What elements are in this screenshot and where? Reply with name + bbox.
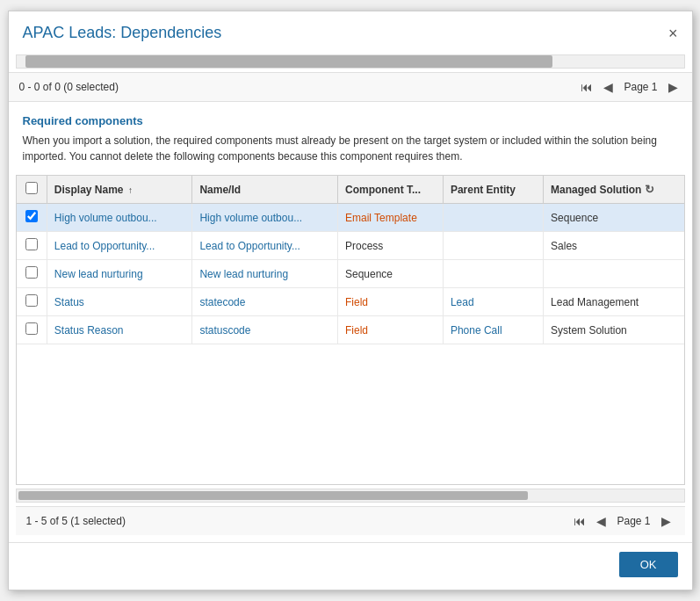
table-wrapper: Display Name ↑ Name/Id Component T... Pa… xyxy=(16,175,685,485)
row-checkbox-cell xyxy=(17,204,47,232)
cell-component-type-2: Process xyxy=(337,232,443,260)
refresh-icon[interactable]: ↻ xyxy=(645,183,654,196)
top-scrollbar-thumb xyxy=(25,55,552,68)
bottom-next-page-button[interactable]: ▶ xyxy=(658,512,675,530)
cell-managed-solution-3 xyxy=(544,260,684,288)
cell-name-id-5: statuscode xyxy=(192,316,338,344)
cell-parent-entity-1 xyxy=(443,204,543,232)
dependencies-table: Display Name ↑ Name/Id Component T... Pa… xyxy=(17,176,684,344)
bottom-first-page-button[interactable]: ⏮ xyxy=(570,512,589,530)
name-id-link-2[interactable]: Lead to Opportunity... xyxy=(199,240,300,252)
cell-managed-solution-2: Sales xyxy=(544,232,684,260)
bottom-page-label: Page 1 xyxy=(617,515,650,527)
component-type-link-5[interactable]: Field xyxy=(345,324,368,337)
display-name-link-2[interactable]: Lead to Opportunity... xyxy=(54,240,155,252)
cell-managed-solution-5: System Solution xyxy=(544,316,684,344)
parent-entity-link-4[interactable]: Lead xyxy=(451,296,474,308)
cell-component-type-5: Field xyxy=(337,316,443,344)
table-row: Status statecode Field Lead Lead Managem… xyxy=(17,288,684,316)
component-type-text-2: Process xyxy=(345,240,383,252)
cell-managed-solution-4: Lead Management xyxy=(544,288,684,316)
bottom-prev-page-button[interactable]: ◀ xyxy=(593,512,610,530)
top-next-page-button[interactable]: ▶ xyxy=(665,78,682,96)
dialog: APAC Leads: Dependencies × 0 - 0 of 0 (0… xyxy=(8,11,693,590)
row-checkbox-4[interactable] xyxy=(25,294,38,307)
managed-solution-text-5: System Solution xyxy=(551,324,627,337)
table-body: High volume outbou... High volume outbou… xyxy=(17,204,684,344)
header-checkbox-cell xyxy=(17,176,47,204)
cell-name-id-3: New lead nurturing xyxy=(192,260,338,288)
row-checkbox-cell xyxy=(17,288,47,316)
row-checkbox-2[interactable] xyxy=(25,238,38,250)
cell-name-id-4: statecode xyxy=(192,288,338,316)
cell-name-id-2: Lead to Opportunity... xyxy=(192,232,338,260)
dialog-footer: OK xyxy=(9,542,692,590)
table-row: High volume outbou... High volume outbou… xyxy=(17,204,684,232)
component-type-link-1[interactable]: Email Template xyxy=(345,212,417,224)
row-checkbox-3[interactable] xyxy=(25,266,38,279)
close-button[interactable]: × xyxy=(668,25,678,41)
top-prev-page-button[interactable]: ◀ xyxy=(600,78,617,96)
name-id-link-5[interactable]: statuscode xyxy=(199,324,250,337)
dialog-title: APAC Leads: Dependencies xyxy=(23,24,222,42)
row-checkbox-cell xyxy=(17,260,47,288)
bottom-pagination-info: 1 - 5 of 5 (1 selected) xyxy=(26,515,126,527)
cell-display-name-1: High volume outbou... xyxy=(47,204,192,232)
cell-display-name-4: Status xyxy=(47,288,192,316)
cell-display-name-5: Status Reason xyxy=(47,316,192,344)
bottom-pagination-controls: ⏮ ◀ Page 1 ▶ xyxy=(570,512,674,530)
managed-solution-text-2: Sales xyxy=(551,240,577,252)
cell-display-name-3: New lead nurturing xyxy=(47,260,192,288)
section-title: Required components xyxy=(9,102,692,133)
cell-parent-entity-3 xyxy=(443,260,543,288)
col-header-parent-entity[interactable]: Parent Entity xyxy=(443,176,543,204)
table-header-row: Display Name ↑ Name/Id Component T... Pa… xyxy=(17,176,684,204)
row-checkbox-cell xyxy=(17,316,47,344)
component-type-link-4[interactable]: Field xyxy=(345,296,368,308)
cell-component-type-1: Email Template xyxy=(337,204,443,232)
cell-name-id-1: High volume outbou... xyxy=(192,204,338,232)
table-row: Lead to Opportunity... Lead to Opportuni… xyxy=(17,232,684,260)
top-first-page-button[interactable]: ⏮ xyxy=(577,78,596,96)
top-page-label: Page 1 xyxy=(624,81,657,93)
sort-icon-display-name: ↑ xyxy=(128,185,133,195)
cell-parent-entity-5: Phone Call xyxy=(443,316,543,344)
row-checkbox-cell xyxy=(17,232,47,260)
top-scrollbar[interactable] xyxy=(16,54,685,69)
bottom-scrollbar[interactable] xyxy=(16,489,685,503)
row-checkbox-1[interactable] xyxy=(25,210,38,222)
col-header-display-name[interactable]: Display Name ↑ xyxy=(47,176,192,204)
cell-parent-entity-2 xyxy=(443,232,543,260)
display-name-link-4[interactable]: Status xyxy=(54,296,84,308)
component-type-text-3: Sequence xyxy=(345,268,393,280)
row-checkbox-5[interactable] xyxy=(25,322,38,335)
top-pagination-info: 0 - 0 of 0 (0 selected) xyxy=(19,81,119,93)
managed-solution-text-4: Lead Management xyxy=(551,296,639,308)
col-header-component-type[interactable]: Component T... xyxy=(337,176,443,204)
top-pagination-bar: 0 - 0 of 0 (0 selected) ⏮ ◀ Page 1 ▶ xyxy=(9,72,692,102)
section-description: When you import a solution, the required… xyxy=(9,133,692,175)
dialog-header: APAC Leads: Dependencies × xyxy=(9,11,692,51)
cell-parent-entity-4: Lead xyxy=(443,288,543,316)
cell-component-type-3: Sequence xyxy=(337,260,443,288)
name-id-link-3[interactable]: New lead nurturing xyxy=(199,268,288,280)
cell-managed-solution-1: Sequence xyxy=(544,204,684,232)
display-name-link-5[interactable]: Status Reason xyxy=(54,324,124,337)
cell-display-name-2: Lead to Opportunity... xyxy=(47,232,192,260)
table-row: New lead nurturing New lead nurturing Se… xyxy=(17,260,684,288)
table-row: Status Reason statuscode Field Phone Cal… xyxy=(17,316,684,344)
cell-component-type-4: Field xyxy=(337,288,443,316)
managed-solution-text-1: Sequence xyxy=(551,212,598,224)
top-pagination-controls: ⏮ ◀ Page 1 ▶ xyxy=(577,78,681,96)
col-header-managed-solution[interactable]: Managed Solution ↻ xyxy=(544,176,684,204)
name-id-link-4[interactable]: statecode xyxy=(199,296,245,308)
col-header-name-id[interactable]: Name/Id xyxy=(192,176,338,204)
display-name-link-3[interactable]: New lead nurturing xyxy=(54,268,143,280)
bottom-pagination-bar: 1 - 5 of 5 (1 selected) ⏮ ◀ Page 1 ▶ xyxy=(16,506,685,535)
parent-entity-link-5[interactable]: Phone Call xyxy=(451,324,502,337)
display-name-link-1[interactable]: High volume outbou... xyxy=(54,212,157,224)
bottom-scrollbar-thumb xyxy=(18,491,528,500)
name-id-link-1[interactable]: High volume outbou... xyxy=(199,212,302,224)
ok-button[interactable]: OK xyxy=(619,552,678,577)
select-all-checkbox[interactable] xyxy=(25,182,38,194)
